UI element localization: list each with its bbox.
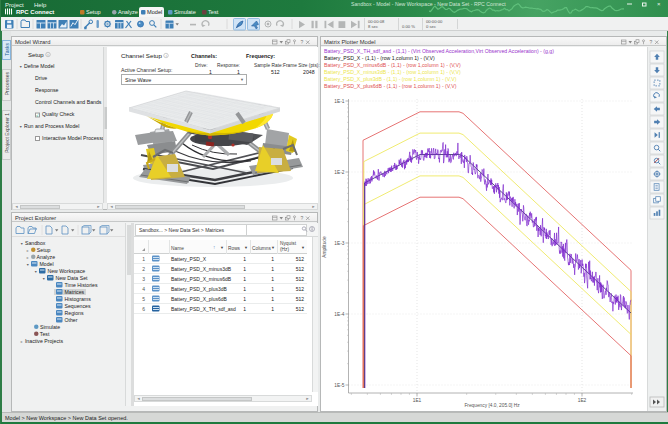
svg-text:Battery_PSD_X - (1,1) - (row 1: Battery_PSD_X - (1,1) - (row 1,column 1)… — [324, 55, 435, 61]
svg-text:1E-3: 1E-3 — [334, 241, 344, 246]
svg-text:1E-5: 1E-5 — [334, 383, 344, 388]
svg-text:1E1: 1E1 — [413, 398, 422, 403]
svg-text:Battery_PSD_X_TH_sdf_asd - (1,: Battery_PSD_X_TH_sdf_asd - (1,1) - (Virt… — [324, 48, 554, 54]
svg-text:Battery_PSD_X_minus6dB - (1,1): Battery_PSD_X_minus6dB - (1,1) - (row 1,… — [324, 62, 461, 68]
svg-text:Amplitude: Amplitude — [322, 236, 327, 258]
svg-text:1E-4: 1E-4 — [334, 312, 344, 317]
svg-text:1E2: 1E2 — [578, 398, 587, 403]
svg-text:Battery_PSD_X_minus3dB - (1,1): Battery_PSD_X_minus3dB - (1,1) - (row 1,… — [324, 69, 461, 75]
svg-text:Battery_PSD_X_plus6dB - (1,1): Battery_PSD_X_plus6dB - (1,1) - (row 1,c… — [324, 83, 457, 89]
svg-text:?: ? — [301, 39, 304, 45]
svg-text:Frequency [4.0, 205.0] Hz: Frequency [4.0, 205.0] Hz — [464, 403, 520, 408]
svg-text:Battery_PSD_X_plus3dB - (1,1): Battery_PSD_X_plus3dB - (1,1) - (row 1,c… — [324, 76, 457, 82]
svg-text:1E-2: 1E-2 — [334, 170, 344, 175]
svg-text:?: ? — [650, 39, 653, 45]
svg-text:1E-1: 1E-1 — [334, 99, 344, 104]
svg-text:?: ? — [301, 215, 304, 221]
